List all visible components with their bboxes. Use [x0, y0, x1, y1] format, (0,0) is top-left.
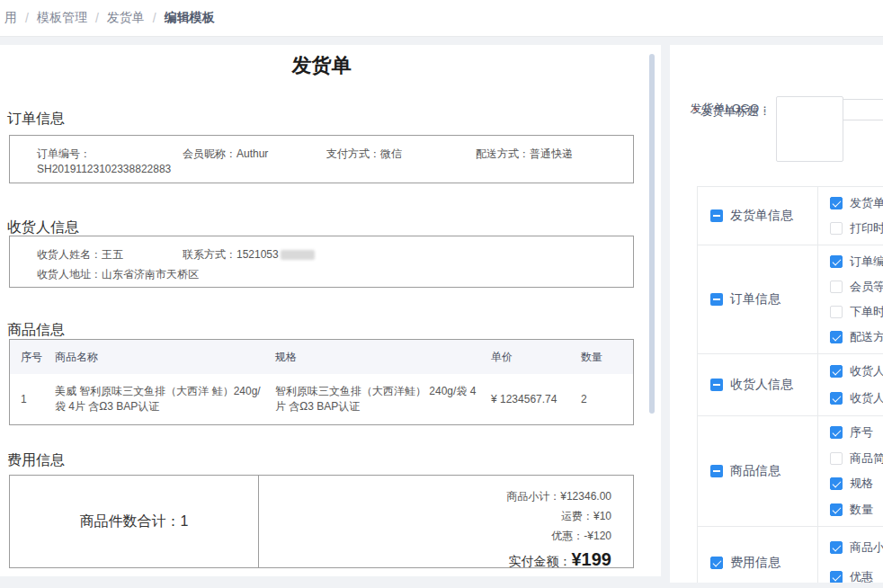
- consignee-name-label: 收货人姓名：: [37, 248, 102, 261]
- consignee-name-value: 王五: [102, 248, 123, 261]
- collapse-minus-icon[interactable]: [710, 465, 723, 477]
- checkbox-icon[interactable]: [830, 426, 843, 439]
- col-product-name: 商品名称: [53, 340, 273, 374]
- breadcrumb-separator: /: [153, 11, 156, 25]
- section-name: 费用信息: [730, 555, 780, 571]
- breadcrumb-item-app[interactable]: 用: [4, 10, 17, 26]
- member-nickname-value: Authur: [236, 147, 268, 160]
- checkbox-icon[interactable]: [830, 222, 843, 235]
- option-qty[interactable]: 数量: [830, 501, 883, 519]
- option-consignee-name[interactable]: 收货人姓名: [830, 362, 883, 380]
- fee-total: 实付金额：¥199: [259, 548, 611, 574]
- checkbox-label[interactable]: 会员等级: [850, 279, 883, 295]
- checkbox-label[interactable]: 数量: [850, 502, 873, 518]
- ship-method-label: 配送方式：: [476, 147, 530, 160]
- checkbox-icon[interactable]: [830, 306, 843, 318]
- breadcrumb: 用 / 模板管理 / 发货单 / 编辑模板: [0, 0, 883, 37]
- option-discount[interactable]: 优惠: [830, 568, 883, 583]
- checkbox-label[interactable]: 发货单标题: [850, 195, 883, 211]
- option-seq[interactable]: 序号: [830, 423, 883, 441]
- checkbox-label[interactable]: 商品简称: [850, 450, 883, 467]
- section-header-consignee-info: 收货人信息: [698, 354, 818, 415]
- order-no-value: SH20191123102338822883: [37, 163, 171, 175]
- option-subtotal[interactable]: 商品小计: [830, 539, 883, 557]
- section-row-delivery-note-info: 发货单信息 发货单标题 打印时间: [698, 187, 883, 245]
- fee-subtotal-label: 商品小计：: [506, 490, 560, 503]
- table-row: 1 美威 智利原味三文鱼排（大西洋 鲑）240g/袋 4片 含Ω3 BAP认证 …: [10, 374, 633, 424]
- checkbox-icon[interactable]: [830, 255, 843, 268]
- cell-product-name: 美威 智利原味三文鱼排（大西洋 鲑）240g/袋 4片 含Ω3 BAP认证: [53, 374, 273, 424]
- option-print-time[interactable]: 打印时间: [830, 219, 883, 237]
- checkbox-label[interactable]: 收货人姓名: [850, 363, 883, 379]
- checkbox-icon[interactable]: [830, 197, 843, 209]
- product-table: 序号 商品名称 规格 单价 数量 1 美威 智利原味三文鱼排（大西洋 鲑）240…: [10, 340, 633, 424]
- collapse-minus-icon[interactable]: [710, 379, 723, 391]
- checkbox-icon[interactable]: [830, 331, 843, 343]
- product-table-box: 序号 商品名称 规格 单价 数量 1 美威 智利原味三文鱼排（大西洋 鲑）240…: [9, 339, 634, 425]
- product-table-header-row: 序号 商品名称 规格 单价 数量: [10, 340, 633, 374]
- checkbox-label[interactable]: 订单编号: [850, 254, 883, 270]
- option-order-no[interactable]: 订单编号: [830, 253, 883, 271]
- breadcrumb-item-delivery-note[interactable]: 发货单: [107, 10, 145, 26]
- ship-method: 配送方式：普通快递: [476, 147, 573, 161]
- checkbox-icon[interactable]: [830, 477, 843, 490]
- product-info-heading: 商品信息: [7, 321, 65, 340]
- section-row-order-info: 订单信息 订单编号 会员等级 下单时间 配送方式: [698, 245, 883, 354]
- consignee-info-box: 收货人姓名：王五 联系方式：1521053 收货人地址：山东省济南市天桥区: [9, 236, 634, 288]
- option-product-short-name[interactable]: 商品简称: [830, 450, 883, 468]
- checkbox-icon[interactable]: [830, 452, 843, 465]
- ship-method-value: 普通快递: [530, 147, 573, 160]
- fee-line-shipping: 运费：¥10: [259, 506, 611, 526]
- section-name: 订单信息: [730, 291, 780, 307]
- col-qty: 数量: [579, 340, 633, 374]
- consignee-info-heading: 收货人信息: [7, 218, 79, 237]
- fee-line-discount: 优惠：-¥120: [259, 526, 611, 546]
- preview-scrollbar[interactable]: [649, 54, 655, 414]
- fee-shipping-label: 运费：: [561, 510, 593, 522]
- template-settings-panel: *发货单标题： 发货单LOGO： 发货单信息 发货单标题 打印时间 订单信息 订…: [670, 45, 883, 583]
- fee-info-heading: 费用信息: [7, 451, 65, 470]
- option-member-level[interactable]: 会员等级: [830, 278, 883, 296]
- section-checkbox-icon[interactable]: [710, 557, 723, 569]
- checkbox-label[interactable]: 商品小计: [850, 539, 883, 556]
- breadcrumb-separator: /: [95, 11, 99, 25]
- option-ship-method[interactable]: 配送方式: [830, 328, 883, 346]
- order-no-label: 订单编号：: [37, 147, 91, 161]
- option-consignee-address[interactable]: 收货人地址: [830, 389, 883, 407]
- checkbox-icon[interactable]: [830, 365, 843, 378]
- section-row-consignee-info: 收货人信息 收货人姓名 收货人地址: [698, 354, 883, 416]
- checkbox-label[interactable]: 规格: [850, 476, 873, 492]
- collapse-minus-icon[interactable]: [710, 293, 723, 306]
- breadcrumb-item-template-manage[interactable]: 模板管理: [37, 10, 87, 26]
- section-options: 序号 商品简称 规格 数量: [818, 416, 883, 526]
- cell-seq: 1: [10, 374, 53, 424]
- option-spec[interactable]: 规格: [830, 475, 883, 493]
- checkbox-label[interactable]: 优惠: [850, 569, 873, 583]
- section-row-fee-info: 费用信息 商品小计 优惠: [698, 527, 883, 583]
- checkbox-icon[interactable]: [830, 392, 843, 405]
- cell-qty: 2: [579, 374, 633, 424]
- delivery-note-preview: 发货单 订单信息 订单编号： SH20191123102338822883 会员…: [0, 45, 661, 576]
- section-options: 发货单标题 打印时间: [818, 187, 883, 245]
- checkbox-label[interactable]: 序号: [850, 424, 873, 441]
- checkbox-label[interactable]: 配送方式: [850, 329, 883, 345]
- fee-info-box: 商品件数合计：1 商品小计：¥12346.00 运费：¥10 优惠：-¥120 …: [9, 475, 634, 568]
- checkbox-label[interactable]: 打印时间: [850, 220, 883, 236]
- section-name: 商品信息: [730, 463, 780, 479]
- section-row-product-info: 商品信息 序号 商品简称 规格 数量: [698, 416, 883, 527]
- option-order-time[interactable]: 下单时间: [830, 303, 883, 321]
- consignee-name: 收货人姓名：王五: [37, 247, 123, 262]
- logo-upload-box[interactable]: [776, 96, 843, 162]
- section-header-order-info: 订单信息: [698, 245, 818, 353]
- checkbox-label[interactable]: 下单时间: [850, 304, 883, 320]
- checkbox-icon[interactable]: [830, 571, 843, 583]
- option-delivery-note-title[interactable]: 发货单标题: [830, 194, 883, 212]
- pay-method: 支付方式：微信: [326, 147, 402, 161]
- checkbox-icon[interactable]: [830, 541, 843, 554]
- collapse-minus-icon[interactable]: [710, 209, 723, 222]
- section-name: 发货单信息: [730, 208, 793, 224]
- checkbox-label[interactable]: 收货人地址: [850, 390, 883, 406]
- section-header-product-info: 商品信息: [698, 416, 818, 526]
- checkbox-icon[interactable]: [830, 503, 843, 516]
- checkbox-icon[interactable]: [830, 281, 843, 293]
